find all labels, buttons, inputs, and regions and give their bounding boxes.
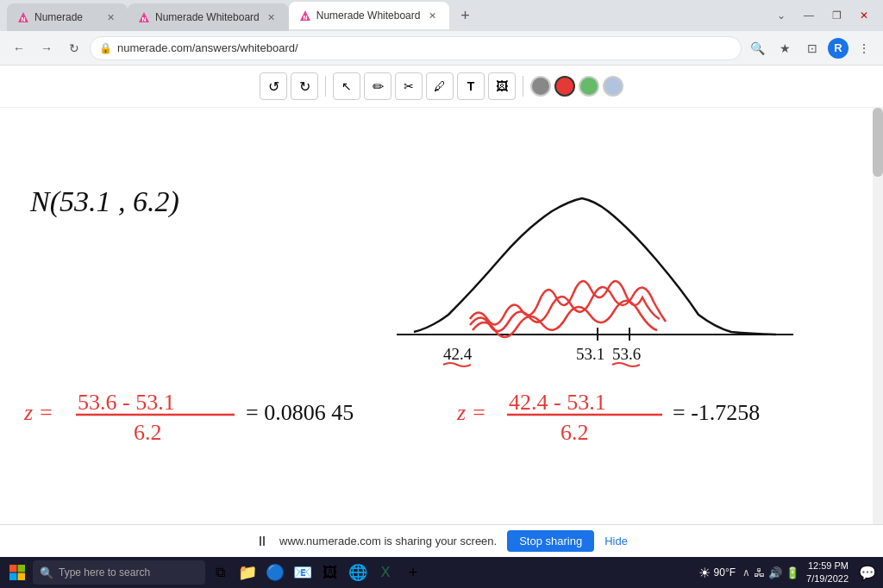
reload-button[interactable]: ↻: [62, 36, 86, 60]
tilde-424: [443, 363, 471, 366]
tray-arrow[interactable]: ∧: [742, 566, 750, 579]
tab-3[interactable]: N Numerade Whiteboard ✕: [289, 2, 450, 29]
share-bar-message: www.numerade.com is sharing your screen.: [279, 535, 497, 547]
share-pause-icon: ⏸: [255, 534, 269, 549]
z-eq1-result: = 0.0806 45: [246, 400, 354, 425]
url-bar[interactable]: 🔒 numerade.com/answers/whiteboard/: [90, 36, 742, 60]
pen-tool[interactable]: 🖊: [426, 72, 454, 100]
windows-icon: [9, 564, 26, 581]
battery-icon[interactable]: 🔋: [786, 566, 799, 579]
lock-icon: 🔒: [99, 42, 112, 54]
taskbar-search-box[interactable]: 🔍 Type here to search: [33, 560, 205, 585]
taskbar: 🔍 Type here to search ⧉ 📁 🔵 📧 🖼 🌐 X + ☀ …: [0, 557, 883, 588]
z-eq2-denominator: 6.2: [560, 420, 589, 445]
color-light[interactable]: [603, 76, 623, 97]
browser-toolbar-icons: 🔍 ★ ⊡ R ⋮: [745, 36, 876, 60]
weather-widget[interactable]: ☀ 90°F: [698, 565, 736, 581]
minimize-button[interactable]: —: [797, 3, 821, 28]
search-placeholder-text: Type here to search: [59, 566, 150, 579]
label-424: 42.4: [443, 345, 473, 363]
tab-search-icon[interactable]: ⊡: [800, 36, 824, 60]
pencil-tool[interactable]: ✏: [364, 72, 391, 100]
edge-icon[interactable]: 🌐: [345, 560, 371, 585]
select-tool[interactable]: ↖: [333, 72, 360, 100]
tab3-title: Numerade Whiteboard: [316, 9, 421, 22]
taskbar-right-area: ☀ 90°F ∧ 🖧 🔊 🔋 12:59 PM 7/19/2022 💬: [698, 560, 880, 586]
clock-display[interactable]: 12:59 PM 7/19/2022: [806, 560, 849, 586]
svg-text:N: N: [303, 15, 307, 21]
whiteboard-canvas[interactable]: N(53.1 , 6.2) 42.4 53.1 53.6 z = 53.6 - …: [0, 108, 883, 588]
bookmark-icon[interactable]: ★: [773, 36, 797, 60]
label-531: 53.1: [576, 345, 604, 363]
tab2-close[interactable]: ✕: [265, 10, 279, 24]
taskview-button[interactable]: ⧉: [207, 560, 233, 585]
color-green[interactable]: [579, 76, 599, 97]
scrollbar[interactable]: [873, 108, 883, 588]
back-button[interactable]: ←: [7, 36, 31, 60]
svg-text:N: N: [141, 16, 146, 22]
file-explorer-icon[interactable]: 📁: [235, 560, 260, 585]
scrollbar-thumb[interactable]: [873, 108, 883, 177]
tab-1[interactable]: N Numerade ✕: [7, 3, 128, 31]
tab-bar: N Numerade ✕ N Numerade Whiteboard ✕ N N…: [0, 0, 883, 31]
text-tool[interactable]: T: [457, 72, 485, 100]
more-tabs-button[interactable]: ⌄: [769, 3, 793, 28]
restore-button[interactable]: ❐: [824, 3, 849, 28]
notification-center-button[interactable]: 💬: [855, 560, 880, 585]
separator-1: [325, 76, 326, 97]
start-button[interactable]: [3, 559, 31, 586]
z-eq1-numerator: 53.6 - 53.1: [78, 390, 175, 415]
weather-icon: ☀: [698, 565, 711, 581]
temperature-display: 90°F: [714, 566, 736, 579]
forward-button[interactable]: →: [34, 36, 59, 60]
tab-2[interactable]: N Numerade Whiteboard ✕: [128, 3, 289, 31]
separator-2: [523, 76, 523, 97]
search-icon[interactable]: 🔍: [745, 36, 769, 60]
undo-button[interactable]: ↺: [260, 72, 287, 100]
screen-share-bar: ⏸ www.numerade.com is sharing your scree…: [0, 524, 883, 557]
whiteboard-toolbar: ↺ ↻ ↖ ✏ ✂ 🖊 T 🖼: [0, 66, 883, 108]
drawing-canvas: N(53.1 , 6.2) 42.4 53.1 53.6 z = 53.6 - …: [0, 108, 873, 588]
z-eq1-denominator: 6.2: [134, 420, 162, 445]
tab2-title: Numerade Whiteboard: [155, 11, 260, 23]
z-eq2-numerator: 42.4 - 53.1: [509, 390, 606, 415]
date-text: 7/19/2022: [806, 572, 849, 585]
excel-icon[interactable]: X: [373, 560, 398, 585]
profile-icon[interactable]: R: [828, 38, 849, 59]
stop-sharing-button[interactable]: Stop sharing: [507, 530, 594, 552]
tab1-favicon: N: [17, 11, 29, 23]
z-eq2-z: z =: [456, 400, 486, 425]
address-bar: ← → ↻ 🔒 numerade.com/answers/whiteboard/…: [0, 31, 883, 66]
tab3-close[interactable]: ✕: [425, 9, 439, 22]
eraser-tool[interactable]: ✂: [395, 72, 423, 100]
svg-rect-8: [9, 573, 17, 581]
close-button[interactable]: ✕: [852, 3, 876, 28]
svg-rect-6: [9, 565, 17, 572]
menu-icon[interactable]: ⋮: [852, 36, 876, 60]
z-eq2-result: = -1.7258: [673, 400, 760, 425]
network-icon[interactable]: 🖧: [754, 566, 765, 579]
image-tool[interactable]: 🖼: [488, 72, 516, 100]
z-eq1-z: z =: [23, 400, 53, 425]
svg-rect-9: [18, 573, 26, 581]
browser-chrome: N Numerade ✕ N Numerade Whiteboard ✕ N N…: [0, 0, 883, 66]
color-gray[interactable]: [530, 76, 551, 97]
add-icon[interactable]: +: [400, 560, 426, 585]
svg-rect-7: [18, 565, 26, 572]
tab1-title: Numerade: [34, 11, 98, 23]
tab1-close[interactable]: ✕: [103, 10, 117, 24]
browser-icon[interactable]: 🔵: [262, 560, 288, 585]
system-tray: ∧ 🖧 🔊 🔋: [742, 566, 799, 579]
photos-icon[interactable]: 🖼: [317, 560, 343, 585]
tilde-536: [612, 363, 640, 366]
mail-icon[interactable]: 📧: [290, 560, 316, 585]
label-536: 53.6: [612, 345, 641, 363]
tab3-favicon: N: [299, 9, 311, 22]
window-controls: ⌄ — ❐ ✕: [769, 3, 876, 28]
hide-button[interactable]: Hide: [604, 535, 628, 547]
sound-icon[interactable]: 🔊: [768, 566, 782, 579]
new-tab-button[interactable]: +: [453, 3, 477, 28]
color-red[interactable]: [554, 76, 575, 97]
time-text: 12:59 PM: [806, 560, 849, 572]
redo-button[interactable]: ↻: [291, 72, 318, 100]
